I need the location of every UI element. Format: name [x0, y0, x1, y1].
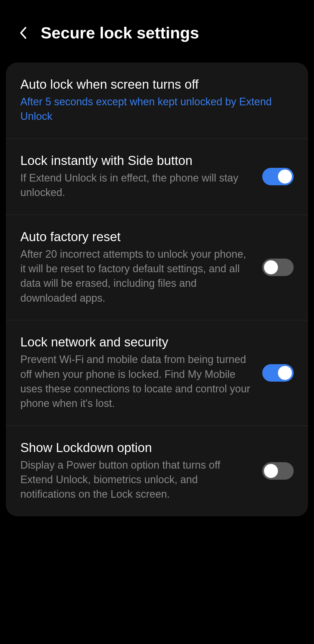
toggle-show-lockdown[interactable] [262, 462, 294, 480]
toggle-knob [264, 260, 278, 274]
toggle-knob [278, 366, 292, 380]
toggle-lock-network[interactable] [262, 364, 294, 382]
setting-subtitle: After 5 seconds except when kept unlocke… [20, 95, 285, 124]
setting-title: Show Lockdown option [20, 440, 254, 455]
setting-subtitle: Display a Power button option that turns… [20, 458, 254, 502]
settings-panel: Auto lock when screen turns off After 5 … [6, 63, 308, 516]
setting-text: Show Lockdown option Display a Power but… [20, 440, 262, 502]
header: Secure lock settings [0, 0, 314, 57]
setting-subtitle: If Extend Unlock is in effect, the phone… [20, 171, 254, 200]
page-title: Secure lock settings [41, 23, 199, 42]
back-button[interactable] [17, 27, 29, 39]
setting-show-lockdown[interactable]: Show Lockdown option Display a Power but… [6, 426, 308, 516]
toggle-auto-factory-reset[interactable] [262, 259, 294, 276]
setting-title: Lock network and security [20, 335, 254, 349]
setting-lock-network[interactable]: Lock network and security Prevent Wi-Fi … [6, 320, 308, 426]
setting-lock-instantly[interactable]: Lock instantly with Side button If Exten… [6, 139, 308, 215]
setting-text: Auto lock when screen turns off After 5 … [20, 77, 294, 124]
setting-text: Lock network and security Prevent Wi-Fi … [20, 335, 262, 411]
setting-text: Lock instantly with Side button If Exten… [20, 153, 262, 200]
setting-subtitle: Prevent Wi-Fi and mobile data from being… [20, 352, 254, 411]
setting-title: Lock instantly with Side button [20, 153, 254, 168]
chevron-left-icon [19, 26, 27, 39]
setting-text: Auto factory reset After 20 incorrect at… [20, 230, 262, 306]
toggle-lock-instantly[interactable] [262, 168, 294, 185]
setting-auto-lock[interactable]: Auto lock when screen turns off After 5 … [6, 63, 308, 139]
toggle-knob [278, 170, 292, 184]
toggle-knob [264, 464, 278, 478]
setting-subtitle: After 20 incorrect attempts to unlock yo… [20, 247, 254, 306]
setting-title: Auto factory reset [20, 230, 254, 244]
setting-title: Auto lock when screen turns off [20, 77, 285, 92]
setting-auto-factory-reset[interactable]: Auto factory reset After 20 incorrect at… [6, 215, 308, 321]
